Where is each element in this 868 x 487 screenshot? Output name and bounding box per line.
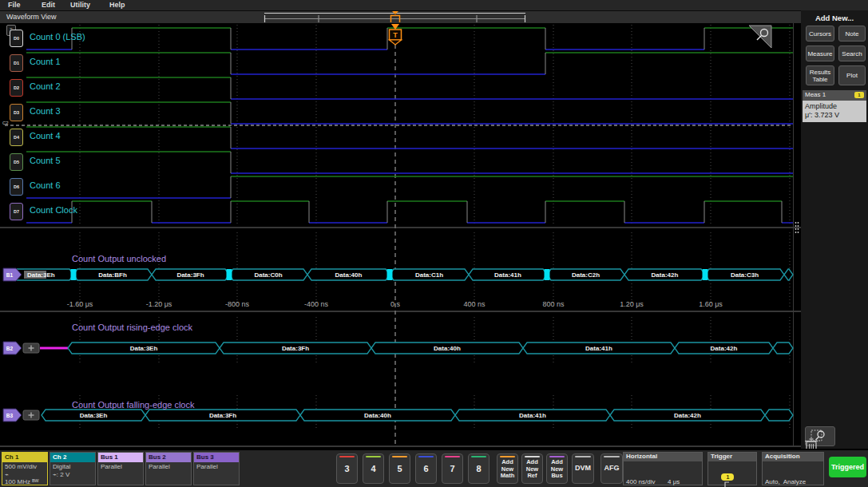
- sidebar-button-search[interactable]: Search: [838, 46, 866, 61]
- channel-badge-ch-1[interactable]: Ch 1500 mV/div⌁100 MHz ᴮᵂ: [2, 452, 48, 485]
- digital-trace-d0: [26, 28, 793, 49]
- trigger-title: Trigger: [708, 453, 756, 461]
- horizontal-panel[interactable]: Horizontal 400 ns/div4 μs SR: 250 MS/s4 …: [623, 452, 703, 485]
- digital-label-d2[interactable]: Count 2: [30, 81, 61, 91]
- channel-button-7[interactable]: 7: [442, 453, 463, 484]
- addnew-button-add-new-bus[interactable]: Add New Bus: [546, 453, 568, 484]
- menu-item-file[interactable]: File: [8, 1, 21, 9]
- bus-trace-b1: Data:3EhData:BFhData:3FhData:C0hData:40h…: [12, 269, 793, 280]
- digital-badge-d7[interactable]: D7: [10, 203, 23, 220]
- svg-text:B1: B1: [6, 272, 14, 278]
- afg-button[interactable]: AFG: [600, 453, 623, 484]
- zoom-corner-handle[interactable]: [749, 26, 771, 48]
- bus-title-b3: Count Output falling-edge clock: [72, 400, 194, 410]
- svg-text:Data:41h: Data:41h: [519, 412, 546, 419]
- svg-text:T: T: [393, 31, 398, 39]
- svg-text:Data:40h: Data:40h: [434, 345, 461, 352]
- digital-badge-d2[interactable]: D2: [10, 79, 23, 97]
- meas1-title: Meas 1: [805, 91, 826, 98]
- svg-text:B2: B2: [6, 346, 14, 351]
- trigger-position-flag[interactable]: T: [390, 24, 402, 45]
- channel-button-8[interactable]: 8: [468, 453, 489, 484]
- addnew-button-add-new-math[interactable]: Add New Math: [497, 453, 518, 484]
- digital-badge-d6[interactable]: D6: [10, 178, 23, 196]
- digital-badge-d4[interactable]: D4: [10, 129, 23, 146]
- time-axis-label-6: 800 ns: [542, 300, 564, 308]
- horizontal-title: Horizontal: [624, 453, 702, 461]
- bus-add-button-b2[interactable]: [23, 343, 39, 353]
- svg-text:Data:40h: Data:40h: [364, 412, 391, 419]
- waveform-canvas: Data:3EhData:BFhData:3FhData:C0hData:40h…: [0, 23, 801, 447]
- meas1-type: Amplitude: [805, 102, 864, 111]
- bus-trace-b3: Data:3EhData:3FhData:40hData:41hData:42h: [42, 410, 793, 421]
- channel2-position-marker[interactable]: C2: [2, 121, 9, 125]
- meas1-value: μ': 3.723 V: [805, 111, 864, 120]
- time-axis-label-1: -1.20 μs: [146, 300, 172, 308]
- channel-button-3[interactable]: 3: [336, 453, 358, 484]
- svg-text:Data:C1h: Data:C1h: [415, 271, 443, 279]
- sidebar-button-measure[interactable]: Measure: [806, 46, 834, 61]
- bus-title-b1: Count Output unclocked: [72, 254, 166, 263]
- digital-label-d7[interactable]: Count Clock: [30, 205, 77, 215]
- digital-label-d5[interactable]: Count 5: [30, 156, 61, 165]
- svg-text:Data:41h: Data:41h: [585, 345, 612, 352]
- sidebar-button-note[interactable]: Note: [838, 26, 866, 42]
- zoom-overview-ruler[interactable]: [0, 11, 801, 23]
- bus-title-b2: Count Output rising-edge clock: [72, 323, 192, 332]
- channel-badge-bus-1[interactable]: Bus 1Parallel: [97, 452, 144, 485]
- svg-text:Data:40h: Data:40h: [335, 271, 363, 279]
- digital-badge-d1[interactable]: D1: [10, 54, 23, 72]
- svg-text:Data:BFh: Data:BFh: [98, 271, 127, 279]
- digital-trace-d5: [26, 152, 793, 173]
- channel-button-5[interactable]: 5: [389, 453, 410, 484]
- bus-badge-b2[interactable]: B2: [3, 342, 22, 354]
- svg-text:Data:C3h: Data:C3h: [731, 271, 759, 279]
- dvm-button[interactable]: DVM: [572, 453, 594, 484]
- waveform-view: Data:3EhData:BFhData:3FhData:C0hData:40h…: [0, 23, 801, 447]
- menu-item-edit[interactable]: Edit: [42, 1, 55, 9]
- menu-item-help[interactable]: Help: [109, 1, 125, 9]
- acquisition-panel[interactable]: Acquisition Auto, Analyze High Res: 15 b…: [762, 452, 824, 485]
- time-axis-label-3: -400 ns: [304, 300, 328, 308]
- svg-text:B3: B3: [6, 413, 14, 418]
- digital-label-d0[interactable]: Count 0 (LSB): [30, 32, 85, 42]
- bus-badge-b3[interactable]: B3: [3, 409, 22, 422]
- digital-label-d1[interactable]: Count 1: [30, 57, 61, 66]
- digital-label-d6[interactable]: Count 6: [30, 180, 61, 190]
- channel-badge-bus-3[interactable]: Bus 3Parallel: [193, 452, 240, 485]
- digital-badge-d0[interactable]: D0: [10, 30, 23, 47]
- digital-trace-d4: [26, 127, 793, 148]
- svg-text:Data:3Eh: Data:3Eh: [80, 412, 108, 419]
- svg-text:Data:42h: Data:42h: [674, 412, 701, 419]
- svg-text:Data:3Eh: Data:3Eh: [27, 271, 55, 279]
- acq-mode: Auto, Analyze: [765, 478, 821, 486]
- channel-badge-ch-2[interactable]: Ch 2Digital⌁: 2 V: [50, 452, 96, 485]
- svg-text:Data:3Fh: Data:3Fh: [209, 412, 236, 419]
- digital-badge-d5[interactable]: D5: [10, 153, 23, 171]
- svg-text:Data:42h: Data:42h: [652, 271, 679, 279]
- menu-bar: FileEditUtilityHelp: [0, 0, 868, 11]
- digital-trace-d3: [26, 102, 793, 124]
- svg-text:Data:C0h: Data:C0h: [254, 271, 282, 279]
- channel-badge-bus-2[interactable]: Bus 2Parallel: [145, 452, 192, 485]
- digital-badge-d3[interactable]: D3: [10, 104, 23, 121]
- meas1-badge[interactable]: Meas 1 1 Amplitude μ': 3.723 V: [803, 90, 866, 122]
- channel-button-6[interactable]: 6: [415, 453, 437, 484]
- rising-edge-icon: [721, 481, 730, 487]
- sidebar-button-results-table[interactable]: Results Table: [806, 65, 834, 85]
- trigger-source-chip: 1: [721, 473, 734, 481]
- menu-item-utility[interactable]: Utility: [70, 1, 90, 9]
- addnew-button-add-new-ref[interactable]: Add New Ref: [521, 453, 543, 484]
- digital-trace-d7: [26, 201, 793, 223]
- sidebar-button-cursors[interactable]: Cursors: [806, 26, 834, 42]
- digital-trace-d6: [26, 176, 793, 198]
- trigger-panel[interactable]: Trigger 1 2.04 V: [707, 452, 757, 485]
- channel-button-4[interactable]: 4: [363, 453, 384, 484]
- settings-bar: Ch 1500 mV/div⌁100 MHz ᴮᵂCh 2Digital⌁: 2…: [0, 449, 868, 487]
- bus-add-button-b3[interactable]: [23, 410, 39, 420]
- sidebar-button-plot[interactable]: Plot: [838, 65, 866, 85]
- digital-label-d4[interactable]: Count 4: [30, 131, 61, 141]
- time-axis-label-8: 1.60 μs: [699, 300, 723, 308]
- digital-label-d3[interactable]: Count 3: [30, 106, 61, 116]
- time-axis-label-5: 400 ns: [463, 300, 485, 308]
